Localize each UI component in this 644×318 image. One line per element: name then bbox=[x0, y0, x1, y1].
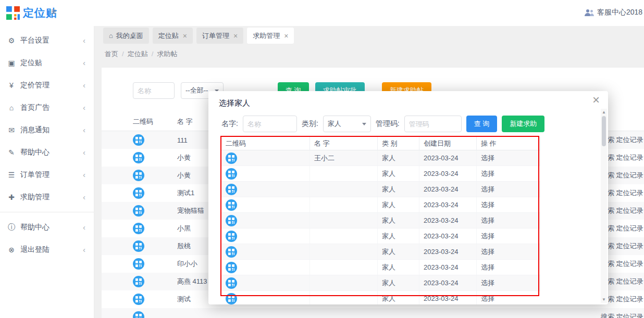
sidebar-item[interactable]: ✎ 帮助中心 ‹ bbox=[0, 141, 94, 163]
tab[interactable]: ⌂ 我的桌面 bbox=[103, 28, 149, 44]
select-family-modal: 选择家人 × 名字: 类别: 家人 管理码: 查 询 新建求助 二维码 名 字 … bbox=[208, 91, 608, 304]
modal-scrollbar[interactable]: ▲ ▼ bbox=[601, 109, 607, 303]
select-row-link[interactable]: 选择 bbox=[477, 213, 540, 228]
qr-cell bbox=[221, 150, 310, 166]
qr-column-header: 二维码 bbox=[133, 117, 177, 126]
scrollbar-thumb[interactable] bbox=[602, 116, 606, 146]
created-date-cell: 2023-03-24 bbox=[419, 213, 477, 228]
name-cell bbox=[310, 228, 378, 244]
sidebar-item[interactable]: ▣ 定位贴 ‹ bbox=[0, 52, 94, 74]
qr-cell bbox=[133, 134, 177, 146]
sidebar-item-icon: ¥ bbox=[7, 81, 16, 90]
created-date-cell: 2023-03-24 bbox=[419, 228, 477, 244]
sidebar-divider bbox=[0, 212, 94, 212]
created-column-header: 创建日期 bbox=[419, 137, 477, 150]
qr-code-icon bbox=[133, 223, 144, 234]
user-menu[interactable]: 客服中心2018 bbox=[585, 8, 642, 17]
scroll-up-icon[interactable]: ▲ bbox=[601, 110, 607, 115]
sidebar-item-label: 定位贴 bbox=[20, 58, 78, 68]
close-icon[interactable]: × bbox=[592, 94, 600, 106]
qr-column-header: 二维码 bbox=[221, 137, 310, 150]
qr-code-icon bbox=[133, 170, 144, 181]
qr-code-icon bbox=[133, 311, 144, 318]
sidebar-item[interactable]: ⚙ 平台设置 ‹ bbox=[0, 29, 94, 52]
modal-search-button[interactable]: 查 询 bbox=[466, 116, 498, 132]
category-cell: 家人 bbox=[378, 213, 419, 228]
category-cell: 家人 bbox=[378, 260, 419, 275]
breadcrumb-item[interactable]: 首页 / bbox=[105, 49, 128, 59]
select-row-link[interactable]: 选择 bbox=[477, 228, 540, 244]
table-row: 搜索 定位记录 bbox=[102, 308, 644, 318]
qr-cell bbox=[133, 170, 177, 181]
select-row-link[interactable]: 选择 bbox=[477, 291, 540, 304]
qr-code-icon bbox=[226, 152, 237, 164]
chevron-down-icon bbox=[362, 123, 366, 125]
select-row-link[interactable]: 选择 bbox=[477, 150, 540, 166]
select-row-link[interactable]: 选择 bbox=[477, 182, 540, 197]
select-row-link[interactable]: 选择 bbox=[477, 166, 540, 181]
select-value: --全部-- bbox=[185, 86, 208, 95]
sidebar-item[interactable]: ⓘ 帮助中心 ‹ bbox=[0, 216, 94, 238]
qr-cell bbox=[221, 275, 310, 290]
sidebar-item[interactable]: ✉ 消息通知 ‹ bbox=[0, 119, 94, 141]
modal-name-input[interactable] bbox=[243, 116, 297, 132]
select-row-link[interactable]: 选择 bbox=[477, 244, 540, 259]
sidebar-item[interactable]: ☰ 订单管理 ‹ bbox=[0, 163, 94, 186]
sidebar-item[interactable]: ⌂ 首页广告 ‹ bbox=[0, 96, 94, 119]
chevron-left-icon: ‹ bbox=[83, 103, 85, 112]
modal-category-select[interactable]: 家人 bbox=[323, 116, 371, 132]
sidebar-item-label: 首页广告 bbox=[20, 103, 78, 112]
qr-cell bbox=[133, 152, 177, 163]
family-row: 家人 2023-03-24 选择 bbox=[221, 182, 540, 197]
tab-label: 定位贴 bbox=[158, 31, 179, 41]
chevron-left-icon: ‹ bbox=[83, 58, 85, 67]
select-row-link[interactable]: 选择 bbox=[477, 275, 540, 290]
family-row: 家人 2023-03-24 选择 bbox=[221, 197, 540, 213]
qr-code-icon bbox=[226, 199, 237, 211]
tab-label: 我的桌面 bbox=[116, 31, 143, 41]
breadcrumb-item[interactable]: 定位贴 / bbox=[128, 49, 157, 59]
select-row-link[interactable]: 选择 bbox=[477, 260, 540, 275]
breadcrumb-item[interactable]: 求助帖 / bbox=[157, 49, 177, 59]
sidebar-item-label: 帮助中心 bbox=[20, 148, 78, 157]
qr-cell bbox=[221, 197, 310, 212]
tab-label: 订单管理 bbox=[202, 31, 229, 41]
sidebar-item[interactable]: ✚ 求助管理 ‹ bbox=[0, 186, 94, 208]
name-cell: 王小二 bbox=[310, 150, 378, 166]
category-label: 类别: bbox=[302, 119, 318, 129]
search-location-records-link[interactable]: 搜索 定位记录 bbox=[601, 312, 643, 318]
breadcrumb-separator: / bbox=[152, 50, 154, 58]
select-row-link[interactable]: 选择 bbox=[477, 197, 540, 212]
qr-code-icon bbox=[133, 240, 144, 252]
name-cell bbox=[310, 244, 378, 259]
sidebar-item-label: 退出登陆 bbox=[20, 245, 78, 255]
tab-close-icon[interactable]: × bbox=[183, 32, 187, 40]
name-filter-input[interactable] bbox=[133, 82, 175, 99]
chevron-left-icon: ‹ bbox=[83, 193, 85, 201]
chevron-left-icon: ‹ bbox=[83, 125, 85, 134]
category-cell: 家人 bbox=[378, 228, 419, 244]
chevron-left-icon: ‹ bbox=[83, 81, 85, 90]
qr-code-icon bbox=[133, 258, 144, 270]
category-cell: 家人 bbox=[378, 166, 419, 181]
scroll-down-icon[interactable]: ▼ bbox=[601, 297, 607, 302]
sidebar-item-icon: ☰ bbox=[7, 171, 16, 179]
category-cell: 家人 bbox=[378, 182, 419, 197]
tab-close-icon[interactable]: × bbox=[233, 32, 238, 40]
sidebar-item[interactable]: ¥ 定价管理 ‹ bbox=[0, 74, 94, 96]
modal-new-help-button[interactable]: 新建求助 bbox=[502, 116, 544, 132]
collapse-menu-icon[interactable]: ≡ bbox=[51, 7, 56, 17]
sidebar-item[interactable]: ⊗ 退出登陆 ‹ bbox=[0, 238, 94, 261]
chevron-left-icon: ‹ bbox=[83, 148, 85, 157]
qr-cell bbox=[221, 213, 310, 228]
tab[interactable]: 求助管理 × bbox=[247, 28, 294, 44]
created-date-cell: 2023-03-24 bbox=[419, 260, 477, 275]
tab[interactable]: 定位贴 × bbox=[153, 28, 193, 44]
admin-code-input[interactable] bbox=[404, 116, 462, 132]
family-row: 王小二 家人 2023-03-24 选择 bbox=[221, 150, 540, 166]
tab[interactable]: 订单管理 × bbox=[196, 28, 243, 44]
created-date-cell: 2023-03-24 bbox=[419, 150, 477, 166]
tab-close-icon[interactable]: × bbox=[284, 32, 288, 40]
breadcrumb-separator: / bbox=[122, 50, 124, 58]
family-row: 家人 2023-03-24 选择 bbox=[221, 260, 540, 275]
